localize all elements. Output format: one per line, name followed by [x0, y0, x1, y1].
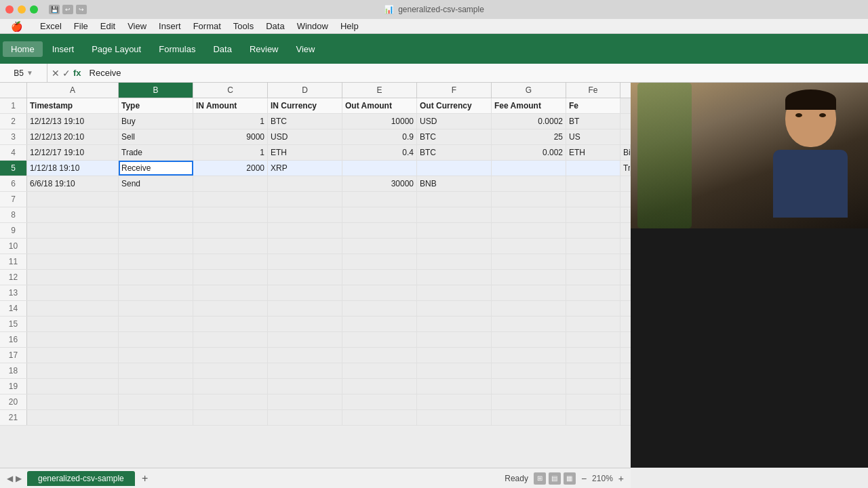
apple-menu[interactable]: 🍎	[5, 20, 28, 33]
cell-g10[interactable]	[492, 239, 566, 253]
cell-b14[interactable]	[119, 301, 193, 316]
close-button[interactable]	[5, 5, 14, 14]
cell-f16[interactable]	[417, 332, 492, 347]
cell-b9[interactable]	[119, 223, 193, 238]
maximize-button[interactable]	[30, 5, 38, 14]
cell-g11[interactable]	[492, 254, 566, 269]
cell-e2[interactable]: 10000	[342, 114, 417, 129]
zoom-minus-icon[interactable]: −	[581, 473, 587, 484]
row-number-21[interactable]: 21	[0, 410, 27, 425]
cell-g18[interactable]	[492, 363, 566, 378]
cell-g12[interactable]	[492, 270, 566, 285]
cell-a3[interactable]: 12/12/13 20:10	[27, 129, 119, 144]
tab-page-layout[interactable]: Page Layout	[83, 41, 149, 57]
cell-g1[interactable]: Fee Amount	[492, 98, 566, 113]
menu-edit[interactable]: Edit	[95, 20, 121, 33]
tab-review[interactable]: Review	[241, 41, 287, 57]
cell-c5[interactable]: 2000	[193, 161, 268, 176]
cancel-formula-icon[interactable]: ✕	[52, 68, 60, 79]
cell-f9[interactable]	[417, 223, 492, 238]
menu-file[interactable]: File	[68, 20, 94, 33]
col-header-d[interactable]: D	[268, 83, 342, 98]
cell-h1[interactable]: Fe	[566, 98, 620, 113]
cell-a1[interactable]: Timestamp	[27, 98, 119, 113]
row-number-13[interactable]: 13	[0, 285, 27, 300]
cell-b13[interactable]	[119, 285, 193, 300]
cell-a4[interactable]: 12/12/17 19:10	[27, 145, 119, 160]
row-number-2[interactable]: 2	[0, 114, 27, 129]
cell-e20[interactable]	[342, 394, 417, 409]
cell-d19[interactable]	[268, 379, 342, 394]
cell-a17[interactable]	[27, 348, 119, 363]
undo-icon[interactable]: ↩	[62, 5, 73, 14]
cell-f8[interactable]	[417, 207, 492, 222]
cell-d8[interactable]	[268, 207, 342, 222]
cell-d5[interactable]: XRP	[268, 161, 342, 176]
menu-excel[interactable]: Excel	[35, 20, 67, 33]
cell-a20[interactable]	[27, 394, 119, 409]
col-header-c[interactable]: C	[193, 83, 268, 98]
cell-g21[interactable]	[492, 410, 566, 425]
menu-view[interactable]: View	[122, 20, 152, 33]
row-number-12[interactable]: 12	[0, 270, 27, 285]
row-number-20[interactable]: 20	[0, 394, 27, 409]
row-number-16[interactable]: 16	[0, 332, 27, 347]
cell-d14[interactable]	[268, 301, 342, 316]
cell-b17[interactable]	[119, 348, 193, 363]
cell-b21[interactable]	[119, 410, 193, 425]
cell-b8[interactable]	[119, 207, 193, 222]
cell-d7[interactable]	[268, 192, 342, 207]
cell-b12[interactable]	[119, 270, 193, 285]
cell-c16[interactable]	[193, 332, 268, 347]
cell-e10[interactable]	[342, 239, 417, 253]
cell-c21[interactable]	[193, 410, 268, 425]
cell-b16[interactable]	[119, 332, 193, 347]
cell-g4[interactable]: 0.002	[492, 145, 566, 160]
cell-e1[interactable]: Out Amount	[342, 98, 417, 113]
cell-h2[interactable]: BT	[566, 114, 620, 129]
cell-b20[interactable]	[119, 394, 193, 409]
cell-c8[interactable]	[193, 207, 268, 222]
cell-d9[interactable]	[268, 223, 342, 238]
zoom-plus-icon[interactable]: +	[618, 473, 624, 484]
cell-e17[interactable]	[342, 348, 417, 363]
cell-g13[interactable]	[492, 285, 566, 300]
cell-f18[interactable]	[417, 363, 492, 378]
cell-c15[interactable]	[193, 317, 268, 331]
cell-g5[interactable]	[492, 161, 566, 176]
cell-c12[interactable]	[193, 270, 268, 285]
cell-a14[interactable]	[27, 301, 119, 316]
menu-data[interactable]: Data	[260, 20, 290, 33]
cell-f14[interactable]	[417, 301, 492, 316]
cell-h18[interactable]	[566, 363, 620, 378]
cell-b2[interactable]: Buy	[119, 114, 193, 129]
confirm-formula-icon[interactable]: ✓	[62, 68, 71, 79]
normal-view-icon[interactable]: ⊞	[534, 472, 546, 485]
cell-e16[interactable]	[342, 332, 417, 347]
cell-f3[interactable]: BTC	[417, 129, 492, 144]
cell-g8[interactable]	[492, 207, 566, 222]
cell-e15[interactable]	[342, 317, 417, 331]
cell-d10[interactable]	[268, 239, 342, 253]
sheet-tab-active[interactable]: generalized-csv-sample	[27, 471, 135, 486]
cell-b11[interactable]	[119, 254, 193, 269]
row-number-3[interactable]: 3	[0, 129, 27, 144]
cell-h15[interactable]	[566, 317, 620, 331]
tab-formulas[interactable]: Formulas	[151, 41, 203, 57]
cell-e3[interactable]: 0.9	[342, 129, 417, 144]
cell-h10[interactable]	[566, 239, 620, 253]
menu-insert[interactable]: Insert	[153, 20, 186, 33]
cell-ref-dropdown-icon[interactable]: ▼	[26, 69, 33, 77]
cell-f20[interactable]	[417, 394, 492, 409]
cell-e4[interactable]: 0.4	[342, 145, 417, 160]
cell-h16[interactable]	[566, 332, 620, 347]
cell-e11[interactable]	[342, 254, 417, 269]
cell-reference-box[interactable]: B5 ▼	[0, 64, 47, 82]
cell-c3[interactable]: 9000	[193, 129, 268, 144]
cell-d13[interactable]	[268, 285, 342, 300]
cell-f17[interactable]	[417, 348, 492, 363]
cell-g16[interactable]	[492, 332, 566, 347]
cell-extra-5[interactable]: Trezor 1	[620, 161, 631, 176]
cell-f4[interactable]: BTC	[417, 145, 492, 160]
cell-a18[interactable]	[27, 363, 119, 378]
